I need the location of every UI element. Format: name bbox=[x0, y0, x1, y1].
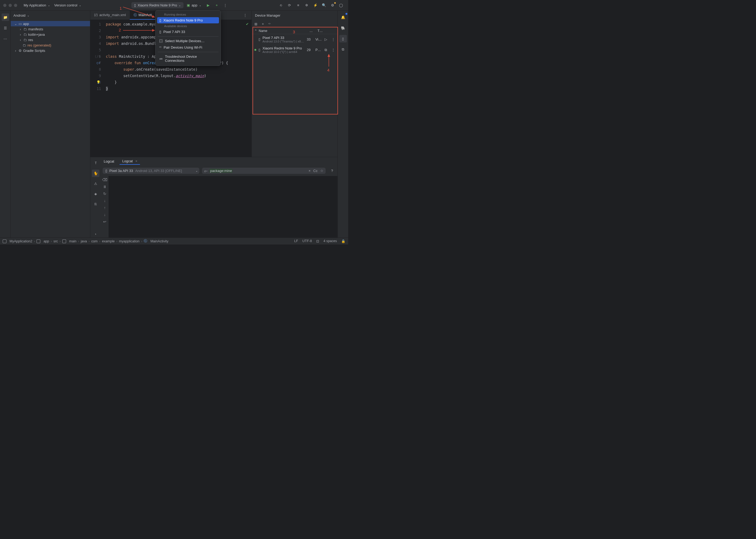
device-run-button[interactable]: ▷ bbox=[325, 38, 329, 41]
logcat-output[interactable] bbox=[109, 176, 338, 238]
crumb-mainactivity[interactable]: ⓒ MainActivity bbox=[144, 239, 168, 243]
col-name-header[interactable]: ⌃ Name bbox=[255, 29, 310, 33]
project-tool-button[interactable]: 📁 bbox=[2, 13, 9, 21]
device-row-xiaomi[interactable]: ▯ Xiaomi Redmi Note 9 Pro Android 10.0 (… bbox=[252, 44, 338, 55]
crumb-main[interactable]: main bbox=[62, 239, 77, 243]
run-button[interactable]: ▶ bbox=[204, 2, 212, 9]
next-icon[interactable]: ↓ bbox=[104, 212, 106, 217]
code-lens-icon: ⟨/⟩ bbox=[95, 53, 101, 60]
chevron-down-icon: ⌄ bbox=[27, 14, 29, 17]
device-row-pixel7[interactable]: ▯ Pixel 7 API 33 Android 13.0 ("Tiramisu… bbox=[252, 34, 338, 44]
pause-log-icon[interactable]: ⏸ bbox=[103, 185, 107, 189]
device-mirror-button[interactable]: ⧉ bbox=[325, 48, 329, 52]
popup-item-wifi-pair[interactable]: ⌔ Pair Devices Using Wi-Fi bbox=[157, 44, 219, 50]
popup-item-multi[interactable]: ⿴ Select Multiple Devices… bbox=[157, 38, 219, 44]
debug-icon[interactable]: ✲ bbox=[303, 2, 311, 9]
scroll-to-end-icon[interactable]: ↓ bbox=[104, 198, 106, 203]
favorite-filter-icon[interactable]: ☆ bbox=[320, 169, 324, 173]
crumb-app[interactable]: app bbox=[37, 239, 49, 243]
minimize-dot[interactable] bbox=[9, 4, 12, 7]
debug-button[interactable]: ⌖ bbox=[213, 2, 221, 9]
clear-filter-icon[interactable]: × bbox=[309, 169, 311, 173]
logcat-device-selector[interactable]: ▯ Pixel 3a API 33 Android 13, API 33 [OF… bbox=[103, 168, 199, 174]
tree-item-gradle[interactable]: › ⚙ Gradle Scripts bbox=[11, 48, 90, 53]
maximize-dot[interactable] bbox=[14, 4, 17, 7]
device-row-menu[interactable]: ⋮ bbox=[332, 38, 335, 41]
run-config-selector[interactable]: ▣ app ⌄ bbox=[185, 2, 203, 8]
sync-icon[interactable]: ⟳ bbox=[286, 2, 293, 9]
crumb-src[interactable]: src bbox=[53, 239, 58, 243]
add-device-icon[interactable]: ＋ bbox=[261, 22, 265, 26]
crumb-com[interactable]: com bbox=[91, 239, 98, 243]
status-readonly-icon[interactable]: ⊡ bbox=[316, 239, 319, 243]
crumb-myapplication[interactable]: myapplication bbox=[119, 239, 139, 243]
project-panel-header[interactable]: Android ⌄ bbox=[11, 11, 90, 20]
logcat-filter-input[interactable]: ⌕- package:mine × Cc ☆ bbox=[202, 168, 326, 174]
popup-item-troubleshoot[interactable]: ≔ Troubleshoot Device Connections bbox=[157, 53, 219, 64]
device-manager-button[interactable]: ▯ bbox=[339, 35, 347, 42]
structure-tool-button[interactable]: ☰ bbox=[2, 24, 9, 32]
status-lf[interactable]: LF bbox=[294, 239, 298, 243]
restart-log-icon[interactable]: ↻ bbox=[103, 192, 107, 196]
status-lock-icon[interactable]: 🔒 bbox=[341, 239, 345, 243]
match-case-toggle[interactable]: Cc bbox=[313, 169, 318, 173]
code-with-me-icon[interactable]: ⎋ bbox=[277, 2, 285, 9]
popup-item-label: Pair Devices Using Wi-Fi bbox=[164, 45, 202, 49]
wifi-icon[interactable]: ⌔ bbox=[268, 22, 270, 26]
tab-main-activity[interactable]: ⓒ MainActi bbox=[130, 11, 156, 20]
grid-icon[interactable]: ⊞ bbox=[255, 22, 258, 26]
logcat-tool-button[interactable]: 🐈 bbox=[92, 170, 100, 177]
tree-item-res[interactable]: › 🗀 res bbox=[11, 37, 90, 42]
search-icon[interactable]: 🔍 bbox=[320, 2, 328, 9]
logcat-controls: ▯ Pixel 3a API 33 Android 13, API 33 [OF… bbox=[101, 165, 338, 176]
gradle-button[interactable]: 🐘 bbox=[339, 24, 347, 32]
expand-arrow-icon: › bbox=[19, 27, 22, 31]
shell-tool-button[interactable]: ⎘ bbox=[92, 200, 100, 208]
tree-item-res-gen[interactable]: 🗀 res (generated) bbox=[11, 42, 90, 48]
col-api-header[interactable]: … bbox=[310, 29, 318, 33]
logcat-sub-tab[interactable]: Logcat × bbox=[119, 158, 140, 165]
settings-icon[interactable]: ⚙ bbox=[329, 2, 337, 9]
logcat-help-icon[interactable]: ? bbox=[328, 167, 336, 174]
account-icon[interactable]: ◯ bbox=[338, 2, 345, 9]
tree-item-app[interactable]: ⌄ ▭ app bbox=[11, 21, 90, 26]
more-actions-button[interactable]: ⋮ bbox=[222, 2, 229, 9]
status-indent[interactable]: 4 spaces bbox=[324, 239, 337, 243]
editor-tab-menu[interactable]: ⋮ bbox=[241, 12, 249, 19]
terminal-tool-button[interactable]: Ｔ bbox=[92, 159, 100, 167]
tree-item-manifests[interactable]: › 🗀 manifests bbox=[11, 26, 90, 32]
crumb-example[interactable]: example bbox=[102, 239, 114, 243]
close-dot[interactable] bbox=[3, 4, 6, 7]
running-devices-button[interactable]: ⧉ bbox=[339, 46, 347, 53]
crumb-project[interactable]: MyApplication2 bbox=[3, 239, 32, 243]
device-row-menu[interactable]: ⋮ bbox=[332, 48, 335, 52]
tab-label: Logcat bbox=[122, 159, 133, 163]
col-type-header[interactable]: T… bbox=[318, 29, 326, 33]
breadcrumb-sep-icon: › bbox=[116, 239, 117, 243]
more-tool-button[interactable]: ⋯ bbox=[2, 35, 9, 42]
build-icon[interactable]: ≡ bbox=[294, 2, 302, 9]
profiler-icon[interactable]: ⚡ bbox=[312, 2, 319, 9]
popup-item-pixel7[interactable]: ▯ Pixel 7 API 33 bbox=[157, 29, 219, 35]
problems-tool-button[interactable]: ⚠ bbox=[92, 180, 100, 187]
more-bottom-tools[interactable]: › bbox=[92, 230, 100, 238]
vcs-menu[interactable]: Version control ⌄ bbox=[52, 2, 83, 8]
crumb-label: MainActivity bbox=[150, 239, 169, 243]
android-icon: ▣ bbox=[187, 3, 190, 7]
app-menu[interactable]: My Application ⌄ bbox=[22, 2, 52, 8]
notifications-button[interactable]: 🔔 bbox=[339, 13, 347, 21]
device-selector[interactable]: ▯ Xiaomi Redmi Note 9 Pro ⌄ bbox=[131, 2, 184, 8]
line-number: 11 bbox=[91, 85, 101, 92]
popup-item-xiaomi[interactable]: ▯ Xiaomi Redmi Note 9 Pro bbox=[157, 17, 219, 23]
soft-wrap-icon[interactable]: ↩ bbox=[103, 219, 107, 224]
tree-item-kotlin-java[interactable]: › 🗀 kotlin+java bbox=[11, 32, 90, 37]
crumb-java[interactable]: java bbox=[81, 239, 87, 243]
separator bbox=[158, 52, 218, 52]
tab-activity-main-xml[interactable]: ⟨/⟩ activity_main.xml bbox=[90, 11, 130, 20]
close-icon[interactable]: × bbox=[135, 159, 137, 163]
status-encoding[interactable]: UTF-8 bbox=[303, 239, 312, 243]
clear-log-icon[interactable]: ⌫ bbox=[102, 178, 108, 182]
prev-icon[interactable]: ↑ bbox=[104, 205, 106, 210]
profiler-tool-button[interactable]: ◈ bbox=[92, 190, 100, 197]
folder-icon: 🗀 bbox=[23, 43, 26, 47]
